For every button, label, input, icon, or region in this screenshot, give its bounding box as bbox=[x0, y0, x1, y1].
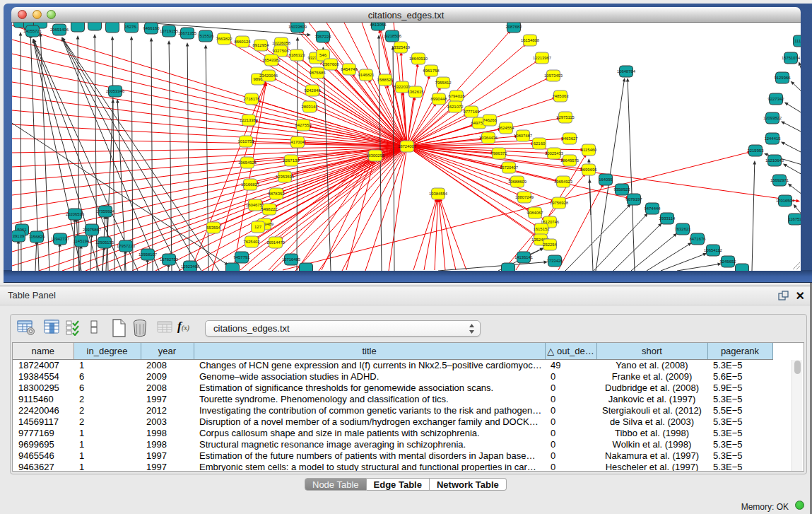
svg-text:19654923: 19654923 bbox=[554, 180, 573, 184]
svg-text:1615152: 1615152 bbox=[534, 227, 550, 231]
svg-text:16782759: 16782759 bbox=[160, 257, 178, 262]
svg-text:12093822: 12093822 bbox=[763, 116, 782, 120]
svg-text:20206536: 20206536 bbox=[66, 212, 85, 216]
svg-text:7632621: 7632621 bbox=[675, 227, 691, 231]
svg-text:12213389: 12213389 bbox=[240, 118, 258, 122]
svg-text:1010755: 1010755 bbox=[238, 139, 255, 144]
svg-text:15276..: 15276.. bbox=[124, 25, 139, 29]
svg-text:9084067: 9084067 bbox=[527, 211, 543, 215]
svg-text:1588520: 1588520 bbox=[377, 78, 394, 82]
svg-text:1621072: 1621072 bbox=[447, 105, 464, 109]
svg-text:15716485: 15716485 bbox=[282, 257, 301, 262]
svg-text:9457791: 9457791 bbox=[234, 255, 250, 259]
svg-text:12942737: 12942737 bbox=[51, 237, 69, 241]
svg-text:18640910: 18640910 bbox=[409, 57, 428, 61]
svg-text:8990448: 8990448 bbox=[431, 97, 448, 101]
svg-text:164095: 164095 bbox=[599, 177, 613, 182]
svg-text:9358923: 9358923 bbox=[614, 187, 631, 192]
svg-text:8454749: 8454749 bbox=[341, 67, 358, 71]
svg-text:9463627: 9463627 bbox=[562, 136, 578, 141]
svg-text:8427552: 8427552 bbox=[295, 123, 312, 127]
svg-text:9699695: 9699695 bbox=[581, 168, 598, 172]
svg-text:746266: 746266 bbox=[483, 118, 497, 122]
svg-text:16154808: 16154808 bbox=[521, 38, 540, 42]
svg-text:9474444: 9474444 bbox=[645, 206, 661, 211]
svg-text:7625402: 7625402 bbox=[244, 240, 260, 244]
svg-text:20691406: 20691406 bbox=[50, 28, 69, 32]
svg-text:9146821: 9146821 bbox=[358, 73, 375, 77]
svg-text:15751074: 15751074 bbox=[782, 56, 801, 60]
svg-text:17016504: 17016504 bbox=[776, 199, 795, 203]
svg-text:16671355: 16671355 bbox=[178, 31, 197, 35]
svg-text:9777169: 9777169 bbox=[464, 110, 480, 114]
svg-text:13325419: 13325419 bbox=[392, 45, 410, 49]
svg-text:1156829: 1156829 bbox=[29, 235, 45, 239]
svg-text:1112..: 1112.. bbox=[794, 39, 801, 43]
svg-text:116753: 116753 bbox=[788, 217, 801, 221]
svg-text:16914479: 16914479 bbox=[266, 240, 285, 245]
svg-text:2087682: 2087682 bbox=[506, 25, 522, 29]
svg-text:8813054: 8813054 bbox=[370, 23, 387, 27]
svg-text:1733426: 1733426 bbox=[547, 259, 564, 263]
svg-text:5498222: 5498222 bbox=[261, 207, 278, 211]
svg-text:8186323: 8186323 bbox=[289, 53, 306, 57]
svg-text:20364436: 20364436 bbox=[479, 136, 498, 140]
svg-text:16543382: 16543382 bbox=[262, 58, 281, 62]
svg-text:12213967: 12213967 bbox=[533, 56, 551, 60]
svg-text:1244415: 1244415 bbox=[765, 136, 782, 141]
svg-text:14136141: 14136141 bbox=[514, 255, 533, 259]
svg-text:15692971: 15692971 bbox=[770, 178, 789, 182]
svg-text:3215953: 3215953 bbox=[748, 148, 765, 153]
svg-text:8912954: 8912954 bbox=[253, 43, 270, 47]
svg-text:1145194: 1145194 bbox=[73, 239, 90, 243]
svg-text:9227342: 9227342 bbox=[768, 97, 784, 101]
svg-text:18807249: 18807249 bbox=[515, 195, 534, 199]
svg-text:18724007: 18724007 bbox=[398, 144, 416, 148]
svg-text:17359924: 17359924 bbox=[96, 209, 115, 214]
svg-text:18300295: 18300295 bbox=[366, 153, 385, 158]
svg-text:3624554: 3624554 bbox=[498, 126, 515, 130]
svg-text:6679197: 6679197 bbox=[626, 197, 642, 201]
svg-text:19218506: 19218506 bbox=[383, 34, 402, 38]
svg-text:3875685: 3875685 bbox=[310, 71, 326, 75]
svg-text:15720407: 15720407 bbox=[500, 165, 518, 170]
svg-text:2367608: 2367608 bbox=[323, 62, 340, 66]
svg-text:12905135: 12905135 bbox=[95, 240, 114, 245]
svg-text:2803144: 2803144 bbox=[302, 105, 319, 109]
svg-text:23420046: 23420046 bbox=[259, 74, 278, 78]
svg-text:9245652: 9245652 bbox=[720, 259, 736, 264]
svg-text:20053346: 20053346 bbox=[106, 89, 125, 93]
svg-text:18649575: 18649575 bbox=[560, 158, 579, 163]
svg-text:10719155: 10719155 bbox=[160, 29, 179, 33]
svg-text:7663822: 7663822 bbox=[216, 37, 233, 41]
svg-text:7515526: 7515526 bbox=[198, 34, 215, 38]
svg-text:16210643: 16210643 bbox=[765, 158, 784, 163]
svg-text:62160: 62160 bbox=[534, 141, 546, 146]
svg-text:17957223: 17957223 bbox=[117, 244, 136, 248]
svg-text:1362615: 1362615 bbox=[408, 90, 425, 94]
svg-text:553594: 553594 bbox=[206, 226, 220, 230]
svg-text:12353594: 12353594 bbox=[276, 175, 295, 179]
svg-text:6794028: 6794028 bbox=[449, 94, 466, 98]
svg-text:2933114: 2933114 bbox=[659, 216, 676, 221]
svg-text:10688609: 10688609 bbox=[508, 180, 526, 184]
svg-text:12975115: 12975115 bbox=[556, 115, 575, 119]
svg-text:39139: 39139 bbox=[13, 234, 24, 238]
svg-text:2718176: 2718176 bbox=[244, 97, 261, 101]
svg-text:9327506: 9327506 bbox=[273, 49, 290, 53]
svg-text:10958107: 10958107 bbox=[139, 252, 157, 257]
svg-text:19654925: 19654925 bbox=[238, 160, 257, 165]
svg-text:19756928: 19756928 bbox=[550, 201, 569, 205]
svg-text:20975867: 20975867 bbox=[83, 228, 101, 232]
svg-text:13226058: 13226058 bbox=[272, 41, 291, 45]
svg-text:7485063: 7485063 bbox=[553, 94, 570, 98]
svg-text:252254: 252254 bbox=[543, 243, 557, 247]
svg-text:7357224: 7357224 bbox=[315, 35, 332, 39]
svg-text:6466160: 6466160 bbox=[143, 26, 160, 30]
svg-text:8878352: 8878352 bbox=[269, 192, 285, 196]
svg-text:19384554: 19384554 bbox=[429, 192, 448, 196]
svg-text:10025433: 10025433 bbox=[545, 151, 564, 156]
svg-text:16033809: 16033809 bbox=[288, 25, 307, 29]
svg-text:127: 127 bbox=[254, 225, 261, 229]
svg-text:10654112: 10654112 bbox=[704, 248, 722, 252]
